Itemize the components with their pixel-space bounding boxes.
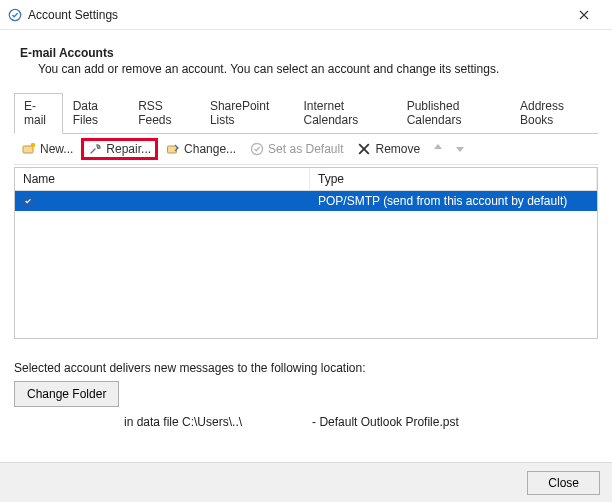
change-button[interactable]: Change... [160, 139, 242, 159]
toolbar: New... Repair... Change... Set as Defaul… [14, 134, 598, 165]
title-bar: Account Settings [0, 0, 612, 30]
remove-label: Remove [375, 142, 420, 156]
tab-data-files[interactable]: Data Files [63, 93, 129, 134]
new-button[interactable]: New... [16, 139, 79, 159]
window-close-button[interactable] [564, 1, 604, 29]
remove-button[interactable]: Remove [351, 139, 426, 159]
tab-sharepoint-lists[interactable]: SharePoint Lists [200, 93, 294, 134]
svg-rect-1 [23, 146, 33, 153]
remove-icon [357, 142, 371, 156]
row-type: POP/SMTP (send from this account by defa… [310, 194, 597, 208]
svg-point-2 [31, 143, 36, 148]
section-heading: E-mail Accounts [20, 46, 598, 60]
change-folder-button[interactable]: Change Folder [14, 381, 119, 407]
path-suffix: - Default Outlook Profile.pst [312, 415, 459, 429]
tab-rss-feeds[interactable]: RSS Feeds [128, 93, 200, 134]
close-icon [579, 10, 589, 20]
app-icon [8, 8, 22, 22]
check-circle-icon [250, 142, 264, 156]
change-icon [166, 142, 180, 156]
section-subtext: You can add or remove an account. You ca… [38, 62, 598, 76]
accounts-list[interactable]: Name Type POP/SMTP (send from this accou… [14, 167, 598, 339]
tab-address-books[interactable]: Address Books [510, 93, 598, 134]
new-icon [22, 142, 36, 156]
row-name-cell [15, 195, 310, 208]
dialog-footer: Close [0, 462, 612, 502]
repair-button[interactable]: Repair... [81, 138, 158, 160]
close-button[interactable]: Close [527, 471, 600, 495]
set-default-button: Set as Default [244, 139, 349, 159]
set-default-label: Set as Default [268, 142, 343, 156]
repair-label: Repair... [106, 142, 151, 156]
delivery-path: in data file C:\Users\..\ - Default Outl… [124, 415, 598, 429]
list-header: Name Type [15, 168, 597, 191]
content-area: E-mail Accounts You can add or remove an… [0, 30, 612, 429]
delivery-label: Selected account delivers new messages t… [14, 361, 598, 375]
change-label: Change... [184, 142, 236, 156]
window-title: Account Settings [28, 8, 118, 22]
col-type[interactable]: Type [310, 168, 597, 190]
tab-internet-calendars[interactable]: Internet Calendars [294, 93, 397, 134]
tabs: E-mail Data Files RSS Feeds SharePoint L… [14, 92, 598, 134]
col-name[interactable]: Name [15, 168, 310, 190]
move-down-button[interactable] [450, 140, 470, 159]
repair-icon [88, 142, 102, 156]
path-prefix: in data file C:\Users\..\ [124, 415, 242, 429]
svg-rect-3 [168, 146, 177, 153]
list-row[interactable]: POP/SMTP (send from this account by defa… [15, 191, 597, 211]
tab-published-calendars[interactable]: Published Calendars [397, 93, 510, 134]
tab-email[interactable]: E-mail [14, 93, 63, 134]
arrow-up-icon [432, 142, 444, 157]
arrow-down-icon [454, 142, 466, 157]
new-label: New... [40, 142, 73, 156]
move-up-button[interactable] [428, 140, 448, 159]
default-account-icon [21, 195, 34, 208]
